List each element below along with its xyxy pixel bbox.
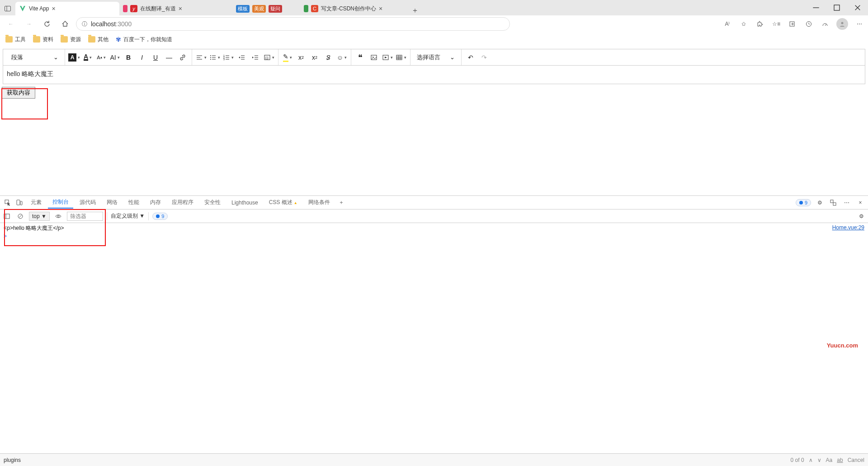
find-next-icon[interactable]: ∨ xyxy=(817,457,821,463)
close-window-icon[interactable] xyxy=(847,0,868,15)
forward-icon[interactable]: → xyxy=(22,17,36,31)
image-button[interactable] xyxy=(368,51,380,64)
log-level-select[interactable]: 自定义级别 ▼ xyxy=(111,212,145,220)
more-icon[interactable]: ⋯ xyxy=(854,19,864,29)
console-settings-icon[interactable]: ⚙ xyxy=(856,211,866,221)
find-input[interactable]: plugins xyxy=(4,457,21,463)
devtools-tab-css-overview[interactable]: CSS 概述 xyxy=(264,197,302,208)
devtools-tab-lighthouse[interactable]: Lighthouse xyxy=(227,198,263,208)
home-icon[interactable] xyxy=(58,17,72,31)
font-size-button[interactable]: A▴ xyxy=(95,51,108,64)
highlight-button[interactable]: ✎ xyxy=(281,51,294,64)
back-icon[interactable]: ← xyxy=(4,17,18,31)
close-icon[interactable]: × xyxy=(855,198,865,208)
tab-badges[interactable]: 模板 美观 疑问 xyxy=(232,2,300,15)
align-button[interactable] xyxy=(195,51,208,64)
tab-csdn[interactable]: C 写文章-CSDN创作中心 × xyxy=(300,2,409,15)
issues-badge[interactable]: 9 xyxy=(796,199,811,206)
more-tabs-icon[interactable]: ＋ xyxy=(336,198,346,208)
background-color-button[interactable]: A xyxy=(68,51,80,64)
close-icon[interactable]: × xyxy=(179,5,182,12)
site-info-icon[interactable]: ⓘ xyxy=(82,20,87,28)
sidebar-toggle-icon[interactable] xyxy=(2,211,12,221)
tab-actions-icon[interactable] xyxy=(0,2,15,15)
table-button[interactable] xyxy=(395,51,407,64)
baidu-paw-icon: ✾ xyxy=(116,36,121,43)
log-source-link[interactable]: Home.vue:29 xyxy=(832,224,864,232)
clear-console-icon[interactable] xyxy=(15,211,25,221)
devtools-tab-console[interactable]: 控制台 xyxy=(48,196,73,209)
favorites-bar-icon[interactable]: ☆≡ xyxy=(771,19,781,29)
font-color-button[interactable]: A xyxy=(81,51,94,64)
bookmark-resources[interactable]: 资源 xyxy=(61,36,81,43)
close-icon[interactable]: × xyxy=(379,5,382,12)
clear-format-button[interactable]: S̷ xyxy=(322,51,335,64)
history-icon[interactable] xyxy=(804,19,814,29)
console-prompt[interactable]: > xyxy=(4,233,864,240)
code-sample-button[interactable]: {;} xyxy=(263,51,275,64)
inspect-icon[interactable] xyxy=(3,198,13,208)
paragraph-select[interactable]: 段落⌄ xyxy=(8,51,62,64)
emoji-button[interactable]: ☺ xyxy=(335,51,348,64)
minimize-icon[interactable] xyxy=(806,0,826,15)
tab-vite-app[interactable]: Vite App × xyxy=(15,2,119,15)
find-cancel-button[interactable]: Cancel xyxy=(848,457,864,463)
console-log-area[interactable]: <p>hello 略略大魔王</p> Home.vue:29 > xyxy=(0,223,868,241)
whole-word-toggle[interactable]: ab xyxy=(837,457,843,463)
vite-favicon-icon xyxy=(19,5,26,12)
dock-icon[interactable] xyxy=(828,198,838,208)
bookmark-docs[interactable]: 资料 xyxy=(33,36,53,43)
read-aloud-icon[interactable]: A⁾ xyxy=(722,19,732,29)
editor-content[interactable]: hello 略略大魔王 xyxy=(3,66,865,84)
underline-button[interactable]: U xyxy=(149,51,162,64)
strikethrough-button[interactable]: — xyxy=(163,51,175,64)
profile-avatar-icon[interactable] xyxy=(836,18,848,30)
bullet-list-button[interactable] xyxy=(208,51,221,64)
get-content-button[interactable]: 获取内容 xyxy=(2,87,35,99)
maximize-icon[interactable] xyxy=(826,0,847,15)
find-prev-icon[interactable]: ∧ xyxy=(809,457,813,463)
language-select[interactable]: 选择语言⌄ xyxy=(413,51,458,64)
indent-button[interactable] xyxy=(249,51,262,64)
letter-spacing-button[interactable]: AI xyxy=(108,51,121,64)
close-icon[interactable]: × xyxy=(52,5,55,12)
devtools-tab-performance[interactable]: 性能 xyxy=(124,197,144,208)
context-select[interactable]: top ▼ xyxy=(29,212,50,221)
live-expression-icon[interactable] xyxy=(53,211,63,221)
settings-icon[interactable]: ⚙ xyxy=(815,198,825,208)
blockquote-button[interactable]: ❝ xyxy=(354,51,367,64)
devtools-tab-security[interactable]: 安全性 xyxy=(200,197,225,208)
url-box[interactable]: ⓘ localhost:3000 xyxy=(76,17,510,31)
match-case-toggle[interactable]: Aa xyxy=(826,457,833,463)
performance-icon[interactable] xyxy=(820,19,830,29)
bookmark-baidu[interactable]: ✾百度一下，你就知道 xyxy=(116,36,172,43)
tab-youdao[interactable]: y 在线翻译_有道 × xyxy=(119,2,232,15)
devtools-tab-application[interactable]: 应用程序 xyxy=(167,197,198,208)
link-button[interactable] xyxy=(176,51,189,64)
refresh-icon[interactable] xyxy=(40,17,54,31)
devtools-tab-network-conditions[interactable]: 网络条件 xyxy=(304,197,335,208)
italic-button[interactable]: I xyxy=(136,51,148,64)
devtools-tab-elements[interactable]: 元素 xyxy=(26,197,46,208)
collections-icon[interactable] xyxy=(788,19,797,29)
filter-input[interactable] xyxy=(67,212,103,221)
more-icon[interactable]: ⋯ xyxy=(842,198,852,208)
device-toggle-icon[interactable] xyxy=(14,198,24,208)
devtools-tab-network[interactable]: 网络 xyxy=(102,197,122,208)
number-list-button[interactable]: 123 xyxy=(222,51,235,64)
new-tab-button[interactable]: ＋ xyxy=(409,6,421,15)
extensions-icon[interactable] xyxy=(755,19,765,29)
outdent-button[interactable] xyxy=(236,51,248,64)
bold-button[interactable]: B xyxy=(122,51,135,64)
devtools-tab-memory[interactable]: 内存 xyxy=(146,197,165,208)
bookmark-tools[interactable]: 工具 xyxy=(5,36,26,43)
subscript-button[interactable]: x2 xyxy=(295,51,307,64)
redo-button[interactable]: ↷ xyxy=(478,51,491,64)
undo-button[interactable]: ↶ xyxy=(464,51,477,64)
message-count-badge[interactable]: 9 xyxy=(152,213,168,220)
media-button[interactable] xyxy=(381,51,394,64)
superscript-button[interactable]: x2 xyxy=(308,51,321,64)
favorite-icon[interactable]: ✩ xyxy=(739,19,749,29)
bookmark-other[interactable]: 其他 xyxy=(88,36,108,43)
devtools-tab-sources[interactable]: 源代码 xyxy=(75,197,100,208)
